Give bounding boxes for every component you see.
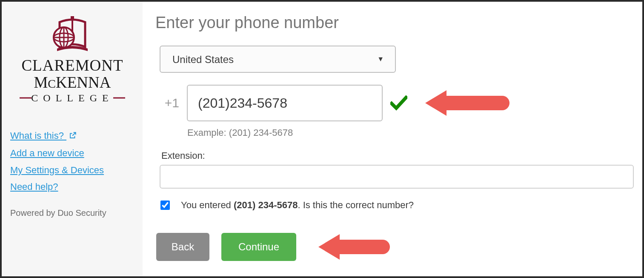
external-link-icon [69,128,77,145]
powered-by-text: Powered by Duo Security [10,208,106,218]
confirm-number-checkbox[interactable] [160,201,170,210]
checkmark-icon [390,95,407,111]
phone-example-text: Example: (201) 234-5678 [187,127,635,138]
page-title: Enter your phone number [155,14,635,32]
country-select-wrap: United States ▼ [160,46,396,73]
add-device-link[interactable]: Add a new device [10,145,104,162]
confirm-text: You entered (201) 234-5678. Is this the … [181,200,414,211]
what-is-this-link[interactable]: What is this? [10,127,104,145]
duo-prompt-frame: CLAREMONT M C KENNA CLAREMONT MCKENNA CO… [0,0,644,278]
main-panel: Enter your phone number United States ▼ … [143,2,642,276]
svg-text:COLLEGE: COLLEGE [31,92,113,103]
extension-label: Extension: [161,150,635,161]
button-row: Back Continue [156,233,635,261]
confirm-prefix: You entered [181,200,234,210]
sidebar: CLAREMONT M C KENNA CLAREMONT MCKENNA CO… [2,2,143,276]
continue-button[interactable]: Continue [221,233,296,261]
svg-text:CLAREMONT: CLAREMONT [21,57,123,74]
back-button[interactable]: Back [156,233,209,261]
dial-code-label: +1 [160,96,179,110]
confirm-number: (201) 234-5678 [234,200,298,210]
org-logo: CLAREMONT M C KENNA CLAREMONT MCKENNA CO… [10,14,134,112]
claremont-mckenna-logo-icon: CLAREMONT M C KENNA CLAREMONT MCKENNA CO… [17,14,128,112]
sidebar-links: What is this? Add a new device My Settin… [10,127,104,195]
phone-row: +1 [160,85,635,121]
phone-number-input[interactable] [187,85,383,121]
annotation-arrow-icon [318,234,390,260]
annotation-arrow-icon [425,90,509,116]
svg-text:MCKENNA: MCKENNA [34,74,111,91]
need-help-link[interactable]: Need help? [10,178,104,195]
extension-input[interactable] [160,165,634,189]
country-select[interactable]: United States [160,46,396,73]
confirm-suffix: . Is this the correct number? [298,200,414,210]
my-settings-link[interactable]: My Settings & Devices [10,162,104,179]
what-is-this-label: What is this? [10,130,64,141]
confirm-row: You entered (201) 234-5678. Is this the … [160,200,635,211]
